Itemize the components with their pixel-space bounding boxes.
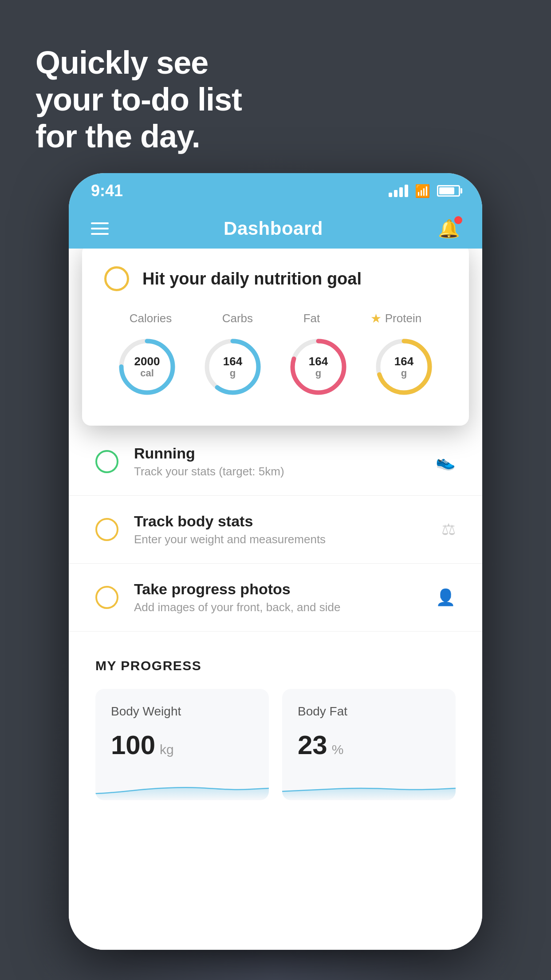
- protein-circle: 164 g: [372, 335, 436, 399]
- todo-item-photos[interactable]: Take progress photos Add images of your …: [69, 564, 482, 632]
- nutrition-circles: 2000 cal 164 g: [104, 335, 447, 399]
- protein-unit: g: [394, 368, 413, 379]
- body-weight-unit: kg: [160, 742, 174, 757]
- hamburger-line: [91, 222, 109, 224]
- protein-value: 164: [394, 355, 413, 368]
- carbs-circle: 164 g: [201, 335, 265, 399]
- nutrition-labels: Calories Carbs Fat ★ Protein: [104, 311, 447, 326]
- fat-label: Fat: [303, 311, 320, 326]
- todo-item-body-stats[interactable]: Track body stats Enter your weight and m…: [69, 496, 482, 564]
- protein-label: ★ Protein: [370, 311, 421, 326]
- body-fat-chart: [282, 774, 456, 800]
- body-fat-card[interactable]: Body Fat 23 %: [282, 689, 456, 800]
- hamburger-line: [91, 233, 109, 235]
- body-weight-title: Body Weight: [111, 704, 253, 719]
- todo-title-body-stats: Track body stats: [134, 513, 433, 530]
- progress-header: MY PROGRESS: [95, 658, 456, 673]
- status-icons: 📶: [389, 184, 460, 198]
- todo-subtitle-body-stats: Enter your weight and measurements: [134, 533, 433, 546]
- body-weight-value-row: 100 kg: [111, 730, 253, 760]
- todo-list: Running Track your stats (target: 5km) 👟…: [69, 428, 482, 632]
- status-time: 9:41: [91, 182, 123, 200]
- scale-icon: ⚖: [441, 520, 456, 539]
- content-area: THINGS TO DO TODAY Hit your daily nutrit…: [69, 249, 482, 950]
- calories-circle: 2000 cal: [115, 335, 179, 399]
- star-icon: ★: [370, 311, 382, 326]
- todo-title-running: Running: [134, 445, 427, 462]
- fat-value: 164: [309, 355, 328, 368]
- calories-value: 2000: [134, 355, 160, 368]
- body-fat-unit: %: [332, 742, 344, 757]
- calories-label: Calories: [130, 311, 172, 326]
- hamburger-menu[interactable]: [91, 222, 109, 235]
- todo-text-body-stats: Track body stats Enter your weight and m…: [134, 513, 433, 546]
- todo-title-photos: Take progress photos: [134, 581, 427, 598]
- todo-text-running: Running Track your stats (target: 5km): [134, 445, 427, 478]
- body-weight-card[interactable]: Body Weight 100 kg: [95, 689, 269, 800]
- shoe-icon: 👟: [436, 452, 456, 471]
- hamburger-line: [91, 228, 109, 229]
- nav-bar: Dashboard 🔔: [69, 209, 482, 249]
- carbs-unit: g: [223, 368, 242, 379]
- todo-circle-running: [95, 450, 118, 473]
- todo-circle-photos: [95, 586, 118, 609]
- body-fat-value-row: 23 %: [298, 730, 440, 760]
- progress-cards: Body Weight 100 kg: [95, 689, 456, 800]
- carbs-value: 164: [223, 355, 242, 368]
- task-checkbox[interactable]: [104, 266, 129, 291]
- hero-text: Quickly see your to-do list for the day.: [35, 44, 242, 154]
- todo-circle-body-stats: [95, 518, 118, 541]
- notification-badge: [454, 216, 462, 224]
- battery-icon: [437, 185, 460, 197]
- fat-circle: 164 g: [286, 335, 350, 399]
- wifi-icon: 📶: [415, 184, 430, 198]
- signal-icon: [389, 185, 408, 197]
- notification-bell-button[interactable]: 🔔: [438, 218, 460, 239]
- card-title: Hit your daily nutrition goal: [142, 269, 362, 288]
- card-title-row: Hit your daily nutrition goal: [104, 266, 447, 291]
- nutrition-card: Hit your daily nutrition goal Calories C…: [82, 249, 469, 426]
- todo-subtitle-running: Track your stats (target: 5km): [134, 465, 427, 478]
- phone-frame: 9:41 📶 Dashboard 🔔 TH: [69, 173, 482, 950]
- fat-unit: g: [309, 368, 328, 379]
- body-fat-title: Body Fat: [298, 704, 440, 719]
- body-weight-chart: [95, 774, 269, 800]
- status-bar: 9:41 📶: [69, 173, 482, 209]
- todo-text-photos: Take progress photos Add images of your …: [134, 581, 427, 614]
- todo-subtitle-photos: Add images of your front, back, and side: [134, 601, 427, 614]
- person-icon: 👤: [436, 588, 456, 607]
- todo-item-running[interactable]: Running Track your stats (target: 5km) 👟: [69, 428, 482, 496]
- body-fat-value: 23: [298, 730, 327, 760]
- carbs-label: Carbs: [222, 311, 253, 326]
- calories-unit: cal: [134, 368, 160, 379]
- nav-title: Dashboard: [224, 218, 323, 239]
- progress-section: MY PROGRESS Body Weight 100 kg: [69, 632, 482, 818]
- body-weight-value: 100: [111, 730, 155, 760]
